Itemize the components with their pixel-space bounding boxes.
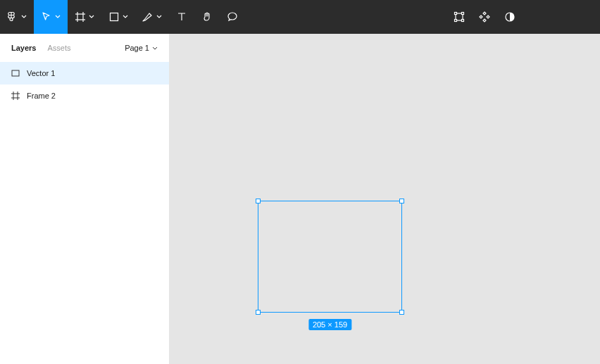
pen-icon [142,11,154,23]
dimensions-badge: 205 × 159 [308,319,351,330]
page-label: Page 1 [125,44,149,52]
text-icon [176,11,187,23]
comment-icon [227,11,238,23]
resize-handle-top-left[interactable] [256,199,261,203]
text-tool-button[interactable] [169,0,194,34]
svg-rect-7 [462,13,464,15]
bounding-box-icon [454,11,465,23]
figma-logo-icon [7,11,18,23]
tab-layers[interactable]: Layers [11,44,36,52]
svg-rect-11 [12,70,19,76]
svg-rect-6 [455,13,457,15]
chevron-down-icon [152,44,158,52]
layer-list: Vector 1 Frame 2 [0,62,169,107]
frame-icon [75,11,86,23]
rectangle-icon [108,11,120,23]
hand-icon [201,11,213,23]
chevron-down-icon [156,15,162,19]
layer-name: Frame 2 [27,92,56,100]
component-controls-button[interactable] [446,0,472,34]
move-tool-button[interactable] [34,0,68,34]
resize-handle-top-right[interactable] [399,199,404,203]
panel-tabs: Layers Assets [11,44,71,52]
components-button[interactable] [472,0,497,34]
panel-header: Layers Assets Page 1 [0,34,169,62]
svg-rect-9 [462,20,464,22]
half-circle-icon [504,11,515,23]
mask-button[interactable] [497,0,523,34]
pen-tool-button[interactable] [135,0,169,34]
comment-tool-button[interactable] [220,0,245,34]
chevron-down-icon [89,15,94,19]
svg-rect-8 [455,20,457,22]
shape-tool-button[interactable] [101,0,135,34]
layer-item[interactable]: Frame 2 [0,84,169,107]
chevron-down-icon [21,15,27,19]
resize-handle-bottom-right[interactable] [399,310,404,315]
svg-rect-4 [111,13,118,21]
toolbar-left-group [0,0,245,34]
frame-icon [11,92,20,100]
chevron-down-icon [55,15,61,19]
canvas[interactable]: 205 × 159 [169,34,600,364]
page-selector[interactable]: Page 1 [125,44,158,52]
layer-item[interactable]: Vector 1 [0,62,169,84]
chevron-down-icon [123,15,128,19]
layer-name: Vector 1 [27,69,55,77]
rectangle-icon [11,69,20,77]
cursor-icon [41,11,52,23]
frame-tool-button[interactable] [68,0,101,34]
main-menu-button[interactable] [0,0,34,34]
top-toolbar [0,0,600,34]
selection-rectangle[interactable]: 205 × 159 [258,201,402,313]
toolbar-right-group [446,0,600,34]
resize-handle-bottom-left[interactable] [256,310,261,315]
tab-assets[interactable]: Assets [47,44,70,52]
left-panel: Layers Assets Page 1 Vector 1 Frame 2 [0,34,169,364]
hand-tool-button[interactable] [194,0,220,34]
diamond-grid-icon [479,11,490,23]
